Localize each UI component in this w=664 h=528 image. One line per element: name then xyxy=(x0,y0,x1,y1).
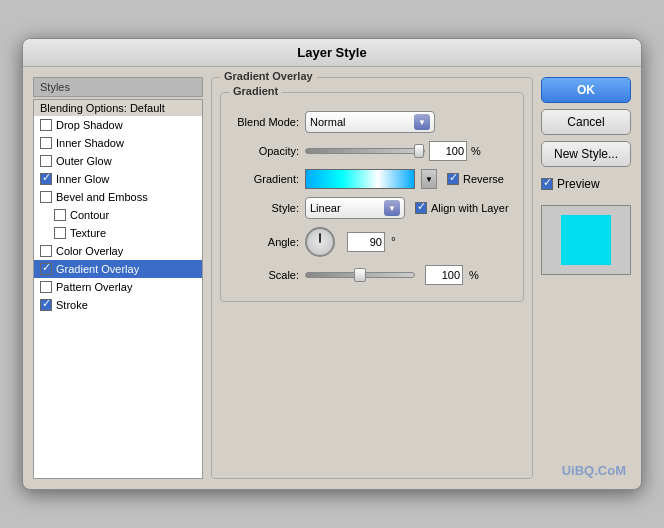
preview-swatch xyxy=(561,215,611,265)
opacity-percent: % xyxy=(471,145,481,157)
opacity-slider-container: 100 % xyxy=(305,141,481,161)
ok-button[interactable]: OK xyxy=(541,77,631,103)
preview-checkbox[interactable] xyxy=(541,178,553,190)
blend-mode-arrow: ▼ xyxy=(414,114,430,130)
new-style-button[interactable]: New Style... xyxy=(541,141,631,167)
reverse-label: Reverse xyxy=(463,173,504,185)
outer-group-label: Gradient Overlay xyxy=(220,70,317,82)
sidebar-item-texture[interactable]: Texture xyxy=(34,224,202,242)
opacity-label: Opacity: xyxy=(231,145,299,157)
sidebar-item-stroke[interactable]: Stroke xyxy=(34,296,202,314)
gradient-overlay-group: Gradient Overlay Gradient Blend Mode: No… xyxy=(211,77,533,479)
reverse-checkbox[interactable] xyxy=(447,173,459,185)
align-row: Align with Layer xyxy=(415,202,509,214)
blend-mode-label: Blend Mode: xyxy=(231,116,299,128)
dialog-title: Layer Style xyxy=(23,39,641,67)
stroke-checkbox[interactable] xyxy=(40,299,52,311)
styles-label: Styles xyxy=(33,77,203,97)
style-select[interactable]: Linear ▼ xyxy=(305,197,405,219)
style-arrow: ▼ xyxy=(384,200,400,216)
pattern-overlay-checkbox[interactable] xyxy=(40,281,52,293)
sidebar-item-pattern-overlay[interactable]: Pattern Overlay xyxy=(34,278,202,296)
opacity-slider-thumb[interactable] xyxy=(414,144,424,158)
blend-mode-select[interactable]: Normal ▼ xyxy=(305,111,435,133)
opacity-row: Opacity: 100 % xyxy=(231,141,513,161)
sidebar-item-color-overlay[interactable]: Color Overlay xyxy=(34,242,202,260)
sidebar-item-contour[interactable]: Contour xyxy=(34,206,202,224)
reverse-row: Reverse xyxy=(447,173,504,185)
right-panel: OK Cancel New Style... Preview xyxy=(541,77,631,479)
inner-shadow-checkbox[interactable] xyxy=(40,137,52,149)
gradient-preview[interactable] xyxy=(305,169,415,189)
angle-dial[interactable] xyxy=(305,227,335,257)
angle-input[interactable]: 90 xyxy=(347,232,385,252)
style-label: Style: xyxy=(231,202,299,214)
opacity-slider-track[interactable] xyxy=(305,148,425,154)
scale-input[interactable]: 100 xyxy=(425,265,463,285)
align-label: Align with Layer xyxy=(431,202,509,214)
inner-glow-checkbox[interactable] xyxy=(40,173,52,185)
gradient-dropdown-arrow[interactable]: ▼ xyxy=(421,169,437,189)
style-row: Style: Linear ▼ Align with Layer xyxy=(231,197,513,219)
bevel-emboss-checkbox[interactable] xyxy=(40,191,52,203)
cancel-button[interactable]: Cancel xyxy=(541,109,631,135)
layer-list: Blending Options: Default Drop Shadow In… xyxy=(33,99,203,479)
align-checkbox[interactable] xyxy=(415,202,427,214)
gradient-overlay-checkbox[interactable] xyxy=(40,263,52,275)
preview-box xyxy=(541,205,631,275)
gradient-label: Gradient: xyxy=(231,173,299,185)
scale-label: Scale: xyxy=(231,269,299,281)
sidebar-item-outer-glow[interactable]: Outer Glow xyxy=(34,152,202,170)
middle-panel: Gradient Overlay Gradient Blend Mode: No… xyxy=(211,77,533,479)
gradient-group: Gradient Blend Mode: Normal ▼ xyxy=(220,92,524,302)
angle-row: Angle: 90 ° xyxy=(231,227,513,257)
sidebar-item-drop-shadow[interactable]: Drop Shadow xyxy=(34,116,202,134)
scale-slider-thumb[interactable] xyxy=(354,268,366,282)
preview-label: Preview xyxy=(557,177,600,191)
scale-percent: % xyxy=(469,269,479,281)
texture-checkbox[interactable] xyxy=(54,227,66,239)
watermark: UiBQ.CoM xyxy=(562,463,626,478)
outer-glow-checkbox[interactable] xyxy=(40,155,52,167)
blending-label: Blending Options: Default xyxy=(40,102,165,114)
sidebar-item-inner-shadow[interactable]: Inner Shadow xyxy=(34,134,202,152)
sidebar-item-gradient-overlay[interactable]: Gradient Overlay xyxy=(34,260,202,278)
color-overlay-checkbox[interactable] xyxy=(40,245,52,257)
blend-mode-value: Normal xyxy=(310,116,345,128)
style-value: Linear xyxy=(310,202,341,214)
preview-row: Preview xyxy=(541,177,631,191)
contour-checkbox[interactable] xyxy=(54,209,66,221)
sidebar-item-bevel-emboss[interactable]: Bevel and Emboss xyxy=(34,188,202,206)
angle-label: Angle: xyxy=(231,236,299,248)
sidebar-item-blending[interactable]: Blending Options: Default xyxy=(34,100,202,116)
angle-unit: ° xyxy=(391,235,396,249)
opacity-input[interactable]: 100 xyxy=(429,141,467,161)
gradient-row: Gradient: ▼ Reverse xyxy=(231,169,513,189)
sidebar-item-inner-glow[interactable]: Inner Glow xyxy=(34,170,202,188)
gradient-group-label: Gradient xyxy=(229,85,282,97)
drop-shadow-checkbox[interactable] xyxy=(40,119,52,131)
left-panel: Styles Blending Options: Default Drop Sh… xyxy=(33,77,203,479)
scale-row: Scale: 100 % xyxy=(231,265,513,285)
scale-slider-track[interactable] xyxy=(305,272,415,278)
blend-mode-row: Blend Mode: Normal ▼ xyxy=(231,111,513,133)
